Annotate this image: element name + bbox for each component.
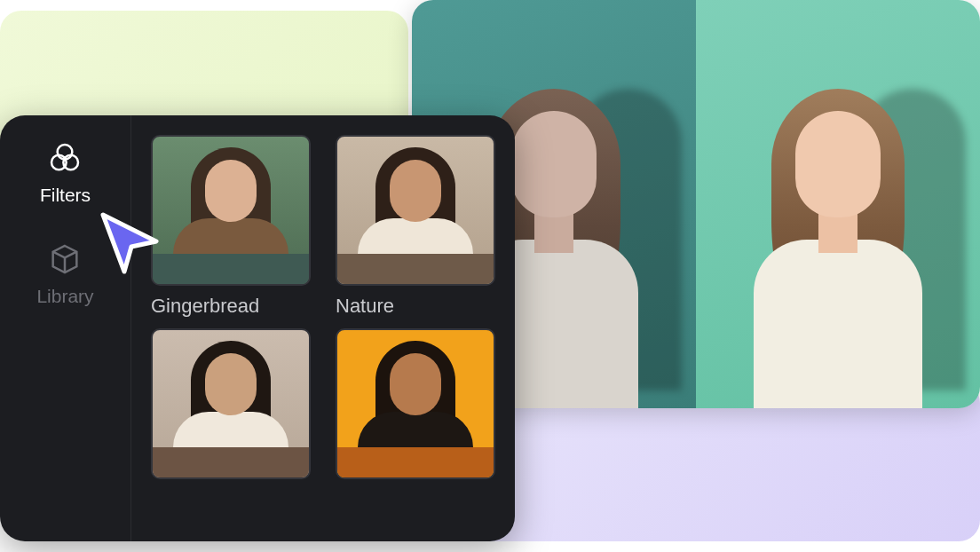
sidebar: Filters Library <box>0 115 131 541</box>
filter-card-4[interactable] <box>336 328 495 513</box>
filters-icon <box>47 140 83 176</box>
filter-card-gingerbread[interactable]: Gingerbread <box>151 135 311 319</box>
filter-thumbnail <box>336 328 495 479</box>
sidebar-item-label: Filters <box>40 185 91 206</box>
filter-swatch <box>153 254 309 284</box>
sidebar-item-filters[interactable]: Filters <box>40 140 91 206</box>
filter-swatch <box>337 254 494 284</box>
filter-label <box>151 488 311 513</box>
filter-label <box>336 488 495 513</box>
filter-swatch <box>153 447 309 477</box>
preview-person <box>731 53 944 408</box>
filter-thumbnail <box>151 328 311 479</box>
preview-after <box>696 0 980 408</box>
filter-thumbnail <box>151 135 311 286</box>
filter-label: Nature <box>336 295 495 319</box>
filter-card-3[interactable] <box>151 328 311 513</box>
editor-panel: Filters Library Gingerbread <box>0 115 515 541</box>
filter-swatch <box>337 447 494 477</box>
filter-card-nature[interactable]: Nature <box>336 135 495 319</box>
sidebar-item-library[interactable]: Library <box>36 241 93 307</box>
sidebar-item-label: Library <box>36 286 93 307</box>
filter-label: Gingerbread <box>151 295 311 319</box>
library-icon <box>47 241 83 277</box>
filters-grid: Gingerbread Nature <box>131 115 515 541</box>
filter-thumbnail <box>336 135 495 286</box>
